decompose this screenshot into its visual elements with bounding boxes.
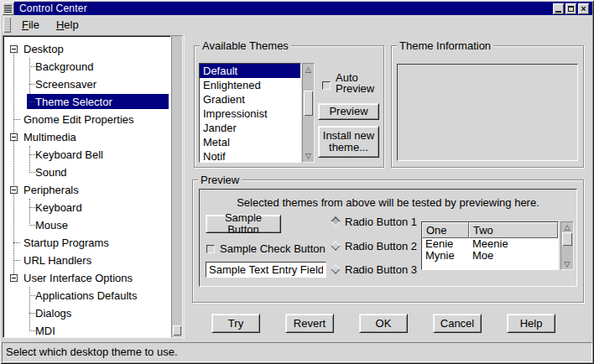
theme-scrollbar-thumb[interactable] bbox=[304, 91, 313, 116]
auto-preview-checkbox[interactable] bbox=[322, 81, 331, 90]
theme-information-content bbox=[397, 64, 578, 161]
minimize-button[interactable] bbox=[553, 3, 564, 14]
menu-help[interactable]: Help bbox=[50, 17, 86, 33]
radio-icon bbox=[331, 241, 340, 250]
theme-item-notif[interactable]: Notif bbox=[200, 149, 300, 163]
sidebar-item-label: Mouse bbox=[35, 219, 68, 231]
menu-file[interactable]: File bbox=[15, 17, 46, 33]
table-row[interactable]: EenieMeenie bbox=[422, 238, 558, 250]
preview-button[interactable]: Preview bbox=[318, 103, 379, 120]
sidebar-item-label: Theme Selector bbox=[35, 96, 112, 108]
theme-list: DefaultEnlightenedGradientImpressionistJ… bbox=[199, 63, 301, 163]
table-cell: Moe bbox=[469, 250, 558, 262]
tree-scrollbar[interactable] bbox=[171, 35, 183, 338]
try-button[interactable]: Try bbox=[211, 314, 260, 333]
sample-button[interactable]: Sample Button bbox=[206, 215, 281, 233]
statusbar: Select which desktop theme to use. bbox=[2, 342, 592, 362]
sidebar-item-mdi[interactable]: MDI bbox=[5, 322, 169, 338]
window-menu-button[interactable] bbox=[2, 2, 14, 15]
theme-item-jander[interactable]: Jander bbox=[200, 121, 300, 135]
sidebar-item-label: Keyboard bbox=[35, 201, 82, 214]
sidebar-item-keyboard[interactable]: Keyboard bbox=[5, 199, 169, 216]
sidebar-item-label: Desktop bbox=[23, 43, 64, 55]
tree-branch-stub bbox=[29, 154, 35, 155]
theme-item-impressionist[interactable]: Impressionist bbox=[200, 107, 300, 121]
theme-item-enlightened[interactable]: Enlightened bbox=[200, 78, 300, 92]
sidebar-item-gnome-edit-properties[interactable]: Gnome Edit Properties bbox=[5, 111, 169, 128]
sidebar-item-keyboard-bell[interactable]: Keyboard Bell bbox=[5, 146, 169, 164]
sidebar-item-dialogs[interactable]: Dialogs bbox=[5, 304, 169, 322]
tree-scrollbar-thumb[interactable] bbox=[173, 325, 181, 335]
sidebar-item-label: Startup Programs bbox=[23, 237, 109, 249]
sample-check-checkbox[interactable] bbox=[206, 245, 215, 253]
sample-text-entry[interactable] bbox=[206, 262, 326, 278]
sidebar-item-background[interactable]: Background bbox=[5, 58, 169, 75]
scroll-up-icon[interactable]: △ bbox=[303, 65, 314, 75]
sidebar-item-mouse[interactable]: Mouse bbox=[5, 216, 169, 234]
tree-branch-stub bbox=[29, 330, 35, 331]
sidebar-item-multimedia[interactable]: Multimedia bbox=[5, 128, 169, 146]
sidebar-item-theme-selector[interactable]: Theme Selector bbox=[5, 93, 169, 111]
table-scrollbar[interactable]: △ ▽ bbox=[560, 221, 574, 270]
action-button-row: TryRevertOKCancelHelp bbox=[211, 314, 555, 333]
radio-radio-button-2[interactable]: Radio Button 2 bbox=[332, 240, 417, 252]
sample-table: OneTwo EenieMeenieMynieMoe bbox=[421, 221, 559, 270]
ok-button[interactable]: OK bbox=[359, 314, 408, 333]
theme-item-gradient[interactable]: Gradient bbox=[200, 92, 300, 107]
sidebar-item-label: User Interface Options bbox=[23, 272, 133, 284]
sidebar-item-applications-defaults[interactable]: Applications Defaults bbox=[5, 287, 169, 304]
scroll-up-icon[interactable]: △ bbox=[561, 222, 573, 232]
sidebar-item-label: Sound bbox=[35, 166, 67, 179]
menubar-drag-handle[interactable] bbox=[3, 16, 12, 34]
revert-button[interactable]: Revert bbox=[285, 314, 334, 333]
tree-branch-stub bbox=[29, 172, 35, 173]
table-cell: Mynie bbox=[422, 250, 469, 262]
scroll-down-icon[interactable]: ▽ bbox=[561, 259, 573, 269]
maximize-button[interactable] bbox=[565, 3, 576, 14]
close-icon: × bbox=[581, 4, 586, 13]
sidebar-item-label: Dialogs bbox=[35, 307, 71, 320]
minimize-icon bbox=[555, 11, 561, 13]
preview-note: Selected themes from above will be teste… bbox=[200, 196, 576, 209]
column-header-two[interactable]: Two bbox=[469, 222, 558, 238]
radio-label: Radio Button 1 bbox=[345, 216, 417, 228]
sidebar-item-label: Keyboard Bell bbox=[35, 148, 103, 161]
tree-expander-icon[interactable] bbox=[10, 186, 18, 194]
maximize-icon bbox=[568, 6, 574, 12]
sidebar-item-sound[interactable]: Sound bbox=[5, 164, 169, 181]
column-header-one[interactable]: One bbox=[422, 222, 469, 238]
sidebar-item-startup-programs[interactable]: Startup Programs bbox=[5, 234, 169, 252]
radio-radio-button-3[interactable]: Radio Button 3 bbox=[332, 263, 417, 275]
table-cell: Meenie bbox=[469, 238, 558, 250]
preview-frame: Preview Selected themes from above will … bbox=[192, 179, 584, 303]
table-scrollbar-thumb[interactable] bbox=[562, 232, 572, 246]
sidebar-item-screensaver[interactable]: Screensaver bbox=[5, 75, 169, 93]
tree-expander-icon[interactable] bbox=[10, 133, 18, 141]
install-new-theme-button[interactable]: Install new theme... bbox=[318, 126, 379, 158]
theme-information-frame: Theme Information bbox=[391, 45, 584, 168]
scroll-down-icon[interactable]: ▽ bbox=[303, 151, 314, 161]
sidebar-item-url-handlers[interactable]: URL Handlers bbox=[5, 252, 169, 269]
cancel-button[interactable]: Cancel bbox=[433, 314, 482, 333]
sidebar-item-user-interface-options[interactable]: User Interface Options bbox=[5, 269, 169, 287]
titlebar: Control Center × bbox=[2, 2, 592, 15]
theme-information-label: Theme Information bbox=[397, 39, 493, 52]
table-row[interactable]: MynieMoe bbox=[422, 250, 558, 262]
tree-expander-icon[interactable] bbox=[10, 45, 18, 53]
sidebar-item-peripherals[interactable]: Peripherals bbox=[5, 181, 169, 199]
sidebar-item-label: Background bbox=[35, 60, 93, 73]
sidebar-item-desktop[interactable]: Desktop bbox=[5, 40, 169, 58]
theme-list-scrollbar[interactable]: △ ▽ bbox=[302, 63, 315, 163]
theme-item-metal[interactable]: Metal bbox=[200, 135, 300, 149]
theme-item-default[interactable]: Default bbox=[200, 64, 300, 78]
sidebar-item-label: Gnome Edit Properties bbox=[23, 113, 134, 126]
tree-expander-icon[interactable] bbox=[10, 274, 18, 282]
sample-check-label: Sample Check Button bbox=[220, 242, 326, 255]
radio-radio-button-1[interactable]: Radio Button 1 bbox=[332, 216, 417, 227]
category-tree: DesktopBackgroundScreensaverTheme Select… bbox=[3, 35, 171, 338]
tree-branch-stub bbox=[29, 207, 35, 208]
sidebar-item-label: MDI bbox=[35, 325, 55, 337]
tree-branch-stub bbox=[29, 295, 35, 296]
close-button[interactable]: × bbox=[578, 3, 589, 14]
help-button[interactable]: Help bbox=[507, 314, 555, 333]
